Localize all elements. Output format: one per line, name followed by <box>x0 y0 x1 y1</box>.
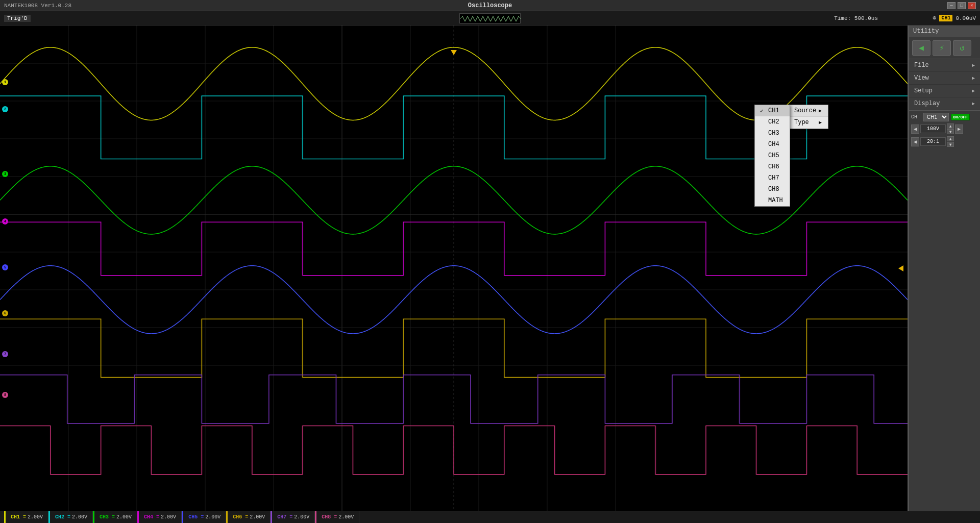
ch7-status-value: 2.00V <box>294 514 309 520</box>
content-area: 1 2 3 4 5 6 7 8 Source▶ Type▶ ✓ CH1 <box>0 26 980 511</box>
ch8-status: CH8 = 2.00V <box>315 511 359 523</box>
file-menu-item[interactable]: File ▶ <box>909 59 980 72</box>
trigger-wave-display <box>459 13 521 23</box>
maximize-button[interactable]: □ <box>958 2 966 9</box>
sidebar-header: Utility <box>909 26 980 37</box>
ch8-status-label: CH8 = <box>322 514 337 520</box>
volt-up-btn[interactable]: ▲ <box>947 123 954 129</box>
ch7-indicator[interactable]: 7 <box>2 351 8 357</box>
ch-select[interactable]: CH1 CH2 CH3 CH4 CH5 CH6 CH7 CH8 <box>923 113 949 121</box>
volt-left-btn[interactable]: ◀ <box>911 124 919 134</box>
forward-button[interactable]: ⚡ <box>933 40 951 56</box>
popup-type-item[interactable]: Type▶ <box>788 117 828 129</box>
window-title: Oscilloscope <box>468 2 512 9</box>
trigger-status: Trig'D <box>4 15 31 22</box>
setup-menu-item[interactable]: Setup ▶ <box>909 85 980 97</box>
ch6-status: CH6 = 2.00V <box>226 511 271 523</box>
source-ch1[interactable]: ✓ CH1 <box>755 105 790 116</box>
trigger-popup-menu[interactable]: Source▶ Type▶ <box>788 105 828 129</box>
source-ch6[interactable]: CH6 <box>755 161 790 172</box>
window-controls: ─ □ ✕ <box>947 2 976 9</box>
ch7-status: CH7 = 2.00V <box>271 511 315 523</box>
volt-down-btn[interactable]: ▼ <box>947 129 954 134</box>
ch-label: CH <box>911 114 921 120</box>
sidebar: Utility ◀ ⚡ ↺ File ▶ View ▶ Setup ▶ <box>909 26 980 511</box>
trigger-marker-top <box>451 50 457 55</box>
ch1-status: CH1 = 2.00V <box>4 511 48 523</box>
ch5-indicator[interactable]: 5 <box>2 264 8 270</box>
ch5-status-label: CH5 = <box>188 514 204 520</box>
source-ch3[interactable]: CH3 <box>755 128 790 139</box>
ch4-indicator[interactable]: 4 <box>2 218 8 225</box>
display-menu-item[interactable]: Display ▶ <box>909 97 980 110</box>
ratio-left-btn[interactable]: ◀ <box>911 137 919 146</box>
trigger-marker-right <box>898 265 903 271</box>
waveform-canvas <box>0 26 908 511</box>
source-math[interactable]: MATH <box>755 195 790 206</box>
onoff-toggle[interactable]: ON/OFF <box>951 114 970 120</box>
ch3-status-value: 2.00V <box>116 514 132 520</box>
ch8-status-value: 2.00V <box>338 514 354 520</box>
source-ch8[interactable]: CH8 <box>755 184 790 195</box>
ch8-indicator[interactable]: 8 <box>2 392 8 398</box>
popup-source-item[interactable]: Source▶ <box>788 105 828 117</box>
ch-select-row: CH CH1 CH2 CH3 CH4 CH5 CH6 CH7 CH8 ON/OF… <box>911 113 978 121</box>
ch6-indicator[interactable]: 6 <box>2 310 8 316</box>
utility-buttons: ◀ ⚡ ↺ <box>909 37 980 59</box>
ch1-indicator[interactable]: 1 <box>2 79 8 85</box>
source-ch2[interactable]: CH2 <box>755 116 790 128</box>
ratio-arrows: ▲ ▼ <box>947 136 954 147</box>
minimize-button[interactable]: ─ <box>947 2 955 9</box>
scope-display[interactable]: 1 2 3 4 5 6 7 8 Source▶ Type▶ ✓ CH1 <box>0 26 909 511</box>
ratio-up-btn[interactable]: ▲ <box>947 136 954 141</box>
ch7-status-label: CH7 = <box>277 514 292 520</box>
ch3-status: CH3 = 2.00V <box>93 511 137 523</box>
bottom-bar: CH1 = 2.00V CH2 = 2.00V CH3 = 2.00V CH4 … <box>0 511 980 523</box>
volt-arrows: ▲ ▼ <box>947 123 954 134</box>
main-container: Trig'D Time: 500.0us ⊕ CH1 0.00uV <box>0 11 980 523</box>
app-name: NANTEK1008 Ver1.0.28 <box>4 3 71 9</box>
ch-controls: CH CH1 CH2 CH3 CH4 CH5 CH6 CH7 CH8 ON/OF… <box>909 110 980 151</box>
ch4-status-label: CH4 = <box>144 514 159 520</box>
ch4-status: CH4 = 2.00V <box>137 511 182 523</box>
source-ch7[interactable]: CH7 <box>755 172 790 184</box>
source-ch4[interactable]: CH4 <box>755 139 790 150</box>
close-button[interactable]: ✕ <box>968 2 976 9</box>
ch2-indicator[interactable]: 2 <box>2 106 8 112</box>
ch6-status-label: CH6 = <box>233 514 248 520</box>
ch2-status-value: 2.00V <box>72 514 87 520</box>
ch1-status-label: CH1 = <box>11 514 26 520</box>
ratio-row: ◀ 20:1 ▲ ▼ <box>911 136 978 147</box>
ch2-status-label: CH2 = <box>55 514 70 520</box>
voltage-readout: 0.00uV <box>955 15 976 21</box>
source-ch5[interactable]: CH5 <box>755 150 790 161</box>
reset-button[interactable]: ↺ <box>953 40 971 56</box>
ch5-status: CH5 = 2.00V <box>182 511 226 523</box>
ch1-status-value: 2.00V <box>28 514 43 520</box>
ch3-status-label: CH3 = <box>100 514 115 520</box>
back-button[interactable]: ◀ <box>912 40 930 56</box>
titlebar: NANTEK1008 Ver1.0.28 Oscilloscope ─ □ ✕ <box>0 0 980 11</box>
ratio-display: 20:1 <box>920 137 946 146</box>
ch1-info: ⊕ CH1 0.00uV <box>933 14 976 22</box>
ch1-badge: CH1 <box>939 15 952 21</box>
view-menu-item[interactable]: View ▶ <box>909 72 980 85</box>
ch2-status: CH2 = 2.00V <box>48 511 93 523</box>
ratio-down-btn[interactable]: ▼ <box>947 142 954 147</box>
ch6-status-value: 2.00V <box>250 514 265 520</box>
volt-row: ◀ 100V ▲ ▼ ▶ <box>911 123 978 134</box>
volt-right-btn[interactable]: ▶ <box>955 124 963 134</box>
status-bar: Trig'D Time: 500.0us ⊕ CH1 0.00uV <box>0 11 980 26</box>
source-submenu[interactable]: ✓ CH1 CH2 CH3 CH4 CH5 <box>754 105 790 207</box>
ch4-status-value: 2.00V <box>161 514 176 520</box>
time-info: Time: 500.0us <box>834 15 878 21</box>
trigger-icon: ⊕ <box>933 14 936 22</box>
ch3-indicator[interactable]: 3 <box>2 171 8 177</box>
volt-display: 100V <box>920 124 946 133</box>
ch5-status-value: 2.00V <box>205 514 220 520</box>
